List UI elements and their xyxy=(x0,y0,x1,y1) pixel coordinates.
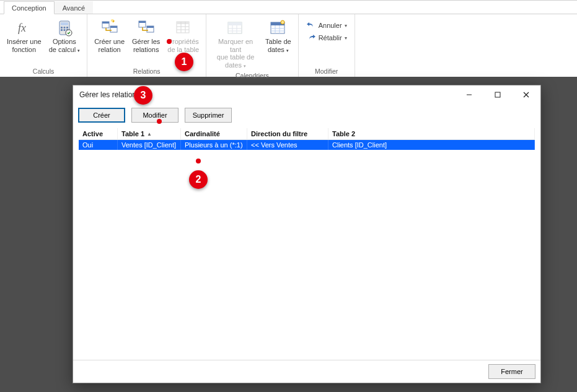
creer-relation-label: Créer une relation xyxy=(94,38,125,53)
svg-point-14 xyxy=(111,19,113,22)
ribbon-area: Conception Avancé fx Insérer une fonctio… xyxy=(0,0,577,77)
tab-conception[interactable]: Conception xyxy=(4,1,55,14)
options-calcul-label: Options de calcul ▾ xyxy=(49,38,80,53)
col-table1[interactable]: Table 1 ▲ xyxy=(118,128,181,139)
proprietes-table-button: Propriétés de la table xyxy=(164,15,202,54)
group-modifier: Annuler ▾ Rétablir ▾ Modifier xyxy=(299,14,355,77)
group-relations-label: Relations xyxy=(133,66,161,77)
table-properties-icon xyxy=(174,18,193,38)
manage-relations-dialog: Gérer les relations Créer Modifier Suppr… xyxy=(73,85,541,383)
dropdown-caret-icon: ▾ xyxy=(345,35,347,41)
ribbon-tabstrip: Conception Avancé xyxy=(0,1,577,14)
tab-avance[interactable]: Avancé xyxy=(55,1,94,14)
cell-cardinalite: Plusieurs à un (*:1) xyxy=(181,140,247,150)
svg-rect-4 xyxy=(63,27,65,28)
dropdown-caret-icon: ▾ xyxy=(345,23,347,28)
relations-grid: Active Table 1 ▲ Cardinalité Direction d… xyxy=(78,128,535,356)
svg-point-37 xyxy=(281,20,284,24)
group-modifier-label: Modifier xyxy=(315,66,338,77)
svg-text:fx: fx xyxy=(18,22,26,34)
calculator-icon xyxy=(55,18,74,38)
annotation-dot-1 xyxy=(167,39,172,44)
group-calendriers-label: Calendriers xyxy=(236,71,269,81)
marquer-table-dates-button[interactable]: Marquer en tant que table de dates ▾ xyxy=(210,15,261,71)
sort-asc-icon: ▲ xyxy=(147,131,152,137)
options-calcul-button[interactable]: Options de calcul ▾ xyxy=(46,15,83,54)
annotation-badge-2: 2 xyxy=(189,170,208,189)
table-dates-label: Table de dates ▾ xyxy=(265,38,291,53)
redo-icon xyxy=(306,33,316,43)
group-calendriers: Marquer en tant que table de dates ▾ Tab… xyxy=(206,14,299,77)
svg-rect-5 xyxy=(66,27,68,28)
retablir-button[interactable]: Rétablir ▾ xyxy=(302,32,351,44)
marquer-table-dates-label: Marquer en tant que table de dates ▾ xyxy=(213,38,258,69)
date-table-icon xyxy=(268,18,288,38)
ribbon: fx Insérer une fonction Opti xyxy=(0,14,577,77)
cell-active: Oui xyxy=(79,140,118,150)
svg-rect-13 xyxy=(110,26,117,28)
col-cardinalite[interactable]: Cardinalité xyxy=(181,128,247,139)
svg-rect-6 xyxy=(61,29,63,31)
col-table1-label: Table 1 xyxy=(121,130,144,137)
maximize-button[interactable] xyxy=(483,85,512,104)
gerer-relations-button[interactable]: Gérer les relations xyxy=(129,15,163,54)
cell-filtre: << Vers Ventes xyxy=(247,140,328,150)
annuler-button[interactable]: Annuler ▾ xyxy=(302,19,351,32)
create-relation-icon xyxy=(100,18,120,38)
table-dates-button[interactable]: Table de dates ▾ xyxy=(262,15,294,54)
svg-rect-3 xyxy=(61,27,63,28)
manage-relations-icon xyxy=(136,18,156,38)
svg-rect-2 xyxy=(61,22,68,25)
gerer-relations-label: Gérer les relations xyxy=(132,38,160,53)
proprietes-table-label: Propriétés de la table xyxy=(167,38,199,53)
svg-rect-11 xyxy=(102,22,109,24)
cell-table2: Clients [ID_Client] xyxy=(328,140,535,150)
inserer-fonction-button[interactable]: fx Insérer une fonction xyxy=(4,15,45,54)
inserer-fonction-label: Insérer une fonction xyxy=(7,38,42,53)
cell-table1: Ventes [ID_Client] xyxy=(118,140,181,150)
group-calculs-label: Calculs xyxy=(33,66,54,77)
creer-relation-button[interactable]: Créer une relation xyxy=(91,15,128,54)
col-table2[interactable]: Table 2 xyxy=(328,128,535,139)
dialog-toolbar: Créer Modifier Supprimer xyxy=(73,104,540,126)
group-calculs: fx Insérer une fonction Opti xyxy=(0,14,87,77)
annotation-dot-2 xyxy=(196,159,201,163)
minimize-button[interactable] xyxy=(455,85,483,104)
mark-date-table-icon xyxy=(226,18,245,38)
svg-rect-16 xyxy=(139,21,146,23)
fermer-button[interactable]: Fermer xyxy=(488,364,535,379)
undo-icon xyxy=(306,20,316,30)
col-direction-filtre[interactable]: Direction du filtre xyxy=(247,128,328,139)
modifier-button[interactable]: Modifier xyxy=(131,108,178,123)
dialog-footer: Fermer xyxy=(73,360,540,383)
svg-rect-18 xyxy=(147,26,154,28)
svg-rect-7 xyxy=(63,29,65,31)
col-active[interactable]: Active xyxy=(79,128,118,139)
annotation-badge-1: 1 xyxy=(175,53,193,71)
fx-icon: fx xyxy=(14,18,34,38)
close-button[interactable] xyxy=(512,85,540,104)
annotation-dot-3 xyxy=(157,119,162,124)
svg-rect-26 xyxy=(228,22,242,25)
annuler-label: Annuler xyxy=(319,22,342,29)
supprimer-button[interactable]: Supprimer xyxy=(185,108,232,123)
relation-row[interactable]: Oui Ventes [ID_Client] Plusieurs à un (*… xyxy=(79,140,535,150)
annotation-badge-3: 3 xyxy=(134,86,152,105)
grid-header: Active Table 1 ▲ Cardinalité Direction d… xyxy=(79,128,535,140)
retablir-label: Rétablir xyxy=(319,34,342,41)
svg-rect-20 xyxy=(177,22,189,24)
creer-button[interactable]: Créer xyxy=(78,108,125,123)
svg-rect-39 xyxy=(495,92,500,97)
